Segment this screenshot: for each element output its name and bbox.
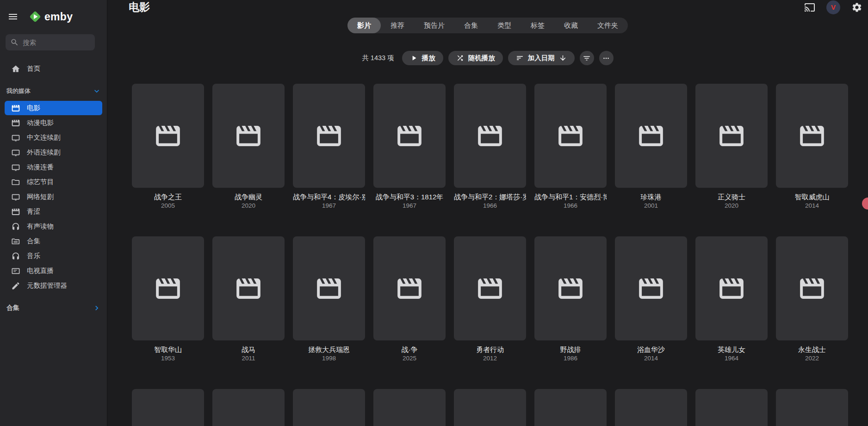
menu-button[interactable] [7,11,19,22]
tab[interactable]: 标签 [521,18,554,33]
movie-placeholder-icon [476,122,504,150]
cast-button[interactable] [804,2,815,13]
play-button[interactable]: 播放 [402,51,443,65]
sidebar-item-home[interactable]: 首页 [5,62,102,76]
sidebar-item[interactable]: 青涩 [5,204,102,219]
sidebar-item[interactable]: 元数据管理器 [5,278,102,293]
movie-placeholder-icon [556,122,585,150]
sidebar-item[interactable]: 电影 [5,101,102,115]
movie-placeholder-icon [234,122,263,150]
movie-year: 1964 [695,354,768,363]
sidebar-item[interactable]: 音乐 [5,249,102,263]
sidebar-item[interactable]: 合集 [5,234,102,248]
movie-card[interactable]: 战·争 2025 [373,236,446,363]
sidebar-item-label: 动漫电影 [27,118,54,127]
movie-card[interactable]: 珍珠港 2001 [615,84,687,210]
tab-label: 推荐 [391,21,404,30]
headphones-icon [11,252,20,261]
movie-poster [534,389,607,426]
tab[interactable]: 合集 [454,18,488,33]
sidebar-item[interactable]: 动漫连番 [5,160,102,174]
tab[interactable]: 推荐 [381,18,414,33]
movie-title: 战·争 [373,345,446,354]
movie-card[interactable] [293,389,365,426]
movie-card[interactable] [776,389,848,426]
movie-card[interactable] [373,389,446,426]
tab[interactable]: 预告片 [414,18,454,33]
page-title: 电影 [129,0,150,14]
sort-button[interactable]: 加入日期 [508,51,575,65]
tab[interactable]: 影片 [347,18,381,33]
movie-poster [776,389,848,426]
movie-card[interactable] [132,389,204,426]
movie-card[interactable]: 战争幽灵 2020 [212,84,285,210]
movie-poster [293,236,365,340]
movie-card[interactable] [454,389,526,426]
movie-placeholder-icon [637,122,665,150]
movie-card[interactable]: 战争与和平4：皮埃尔·别 1967 [293,84,365,210]
movie-card[interactable]: 拯救大兵瑞恩 1998 [293,236,365,363]
movie-poster [615,84,687,188]
movie-card[interactable] [212,389,285,426]
movie-card[interactable] [534,389,607,426]
movie-card[interactable]: 战争与和平1：安德烈·博 1966 [534,84,607,210]
movie-card[interactable] [695,389,768,426]
play-icon [410,54,418,62]
movie-title: 战争幽灵 [212,192,285,201]
sidebar-item[interactable]: 中文连续剧 [5,130,102,145]
movie-year: 1986 [534,354,607,363]
movie-card[interactable]: 战马 2011 [212,236,285,363]
movie-year: 2011 [212,354,285,363]
sidebar-item-label: 外语连续剧 [27,148,61,157]
avatar[interactable]: V [826,0,840,14]
movie-card[interactable] [615,389,687,426]
movie-year: 1967 [293,202,365,210]
sidebar-item[interactable]: 外语连续剧 [5,145,102,160]
movie-card[interactable]: 英雄儿女 1964 [695,236,768,363]
movie-card[interactable]: 智取威虎山 2014 [776,84,848,210]
filter-button[interactable] [580,51,594,65]
movie-card[interactable]: 永生战士 2022 [776,236,848,363]
collection-icon [11,237,20,246]
movie-card[interactable]: 战争与和平3：1812年 1967 [373,84,446,210]
emby-logo-icon [28,9,43,24]
search-box[interactable] [6,34,95,50]
search-input[interactable] [23,39,90,46]
movie-card[interactable]: 野战排 1986 [534,236,607,363]
movie-placeholder-icon [154,122,182,150]
movie-card[interactable]: 战争与和平2：娜塔莎·罗 1966 [454,84,526,210]
item-count: 共 1433 项 [362,54,394,62]
sidebar-item[interactable]: 有声读物 [5,219,102,234]
tab-label: 文件夹 [597,21,618,30]
movie-year: 2025 [373,354,446,363]
more-button[interactable] [599,51,614,65]
tab-label: 预告片 [424,21,445,30]
movie-card[interactable]: 正义骑士 2020 [695,84,768,210]
my-media-header[interactable]: 我的媒体 [0,86,107,97]
movie-card[interactable]: 勇者行动 2012 [454,236,526,363]
movie-card[interactable]: 智取华山 1953 [132,236,204,363]
sidebar-item[interactable]: 电视直播 [5,264,102,278]
movie-placeholder-icon [234,274,263,303]
movie-placeholder-icon [798,122,826,150]
search-icon [10,38,19,47]
movie-card[interactable]: 战争之王 2005 [132,84,204,210]
tab[interactable]: 收藏 [554,18,588,33]
tab[interactable]: 文件夹 [588,18,628,33]
sidebar-item-label: 首页 [27,64,40,73]
collections-header[interactable]: 合集 [0,303,107,314]
tv-icon [11,133,20,142]
sidebar-item[interactable]: 动漫电影 [5,116,102,130]
movie-poster [212,84,285,188]
movie-year: 2020 [695,202,768,210]
tab[interactable]: 类型 [488,18,521,33]
shuffle-button[interactable]: 随机播放 [448,51,503,65]
movie-placeholder-icon [637,274,665,303]
sidebar-item[interactable]: 综艺节目 [5,175,102,189]
movie-title: 战马 [212,345,285,354]
sidebar-item[interactable]: 网络短剧 [5,190,102,204]
movie-placeholder-icon [154,274,182,303]
movie-card[interactable]: 浴血华沙 2014 [615,236,687,363]
settings-button[interactable] [851,2,862,13]
sidebar-item-label: 有声读物 [27,222,54,231]
